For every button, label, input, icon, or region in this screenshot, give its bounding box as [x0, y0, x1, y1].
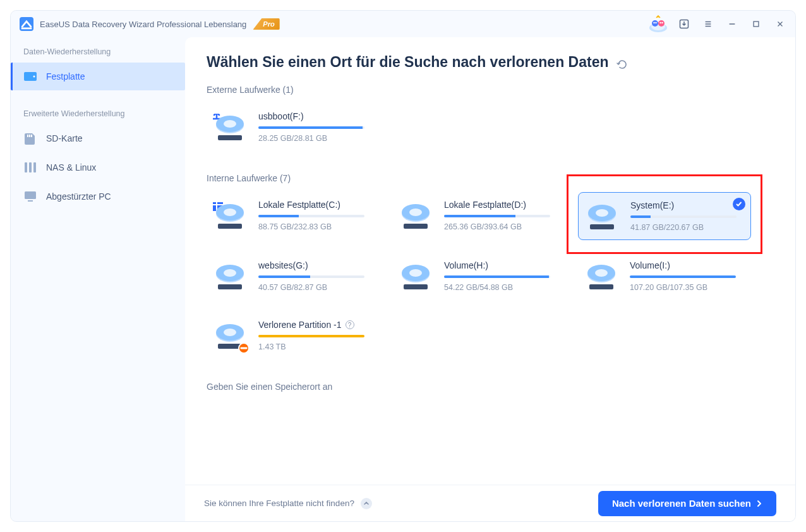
drive-name: Volume(I:)	[630, 260, 747, 270]
chevron-up-icon	[361, 498, 372, 509]
svg-point-6	[655, 22, 656, 23]
sidebar-section-label: Erweiterte Wiederherstellung	[11, 109, 185, 118]
sidebar-item-label: NAS & Linux	[46, 162, 96, 172]
main-panel: Wählen Sie einen Ort für die Suche nach …	[185, 37, 795, 521]
svg-rect-21	[31, 135, 32, 137]
sidebar-item-crashed-pc[interactable]: Abgestürzter PC	[11, 183, 185, 210]
main-scroll[interactable]: Wählen Sie einen Ort für die Suche nach …	[185, 37, 795, 485]
app-title: EaseUS Data Recovery Wizard Professional…	[40, 20, 246, 29]
drive-icon	[213, 114, 247, 143]
drive-size: 265.36 GB/393.64 GB	[444, 222, 562, 231]
drive-icon	[584, 263, 618, 292]
usage-bar	[444, 275, 550, 278]
page-title: Wählen Sie einen Ort für die Suche nach …	[207, 54, 774, 71]
internal-drive-grid: Lokale Festplatte(C:)88.75 GB/232.83 GBL…	[207, 192, 774, 359]
sidebar-item-nas[interactable]: NAS & Linux	[11, 154, 185, 181]
drive-name: websites(G:)	[258, 260, 376, 270]
drive-name: Volume(H:)	[444, 260, 562, 270]
svg-rect-22	[25, 162, 27, 172]
drive-icon	[213, 202, 247, 231]
usage-bar	[630, 215, 737, 218]
drive-size: 28.25 GB/28.81 GB	[258, 134, 376, 143]
drive-size: 40.57 GB/82.87 GB	[258, 283, 376, 292]
nas-icon	[23, 162, 37, 173]
download-icon[interactable]	[675, 15, 693, 33]
drive-icon	[585, 203, 619, 232]
drive-card[interactable]: System(E:)41.87 GB/220.67 GB	[578, 192, 751, 240]
svg-point-7	[659, 22, 661, 23]
sidebar-item-sdkarte[interactable]: SD-Karte	[11, 124, 185, 152]
footer: Sie können Ihre Festplatte nicht finden?…	[185, 485, 795, 521]
drive-size: 54.22 GB/54.88 GB	[444, 283, 562, 292]
drive-name: System(E:)	[630, 200, 747, 210]
drive-card[interactable]: websites(G:)40.57 GB/82.87 GB	[207, 253, 380, 299]
svg-rect-28	[217, 202, 223, 204]
pro-badge: Pro	[253, 18, 279, 30]
svg-rect-19	[27, 135, 28, 137]
svg-point-8	[661, 22, 663, 23]
refresh-icon[interactable]	[617, 57, 628, 68]
usage-bar	[258, 335, 364, 337]
help-icon[interactable]: ?	[346, 320, 354, 329]
svg-point-5	[653, 22, 654, 23]
footer-hint[interactable]: Sie können Ihre Festplatte nicht finden?	[204, 498, 372, 509]
usage-bar	[630, 275, 736, 278]
drive-card[interactable]: Volume(H:)54.22 GB/54.88 GB	[392, 253, 565, 299]
app-icon	[20, 17, 33, 31]
drive-name: Lokale Festplatte(D:)	[444, 200, 562, 210]
group-label-specify: Geben Sie einen Speicherort an	[207, 382, 774, 392]
svg-rect-23	[29, 162, 32, 172]
maximize-button[interactable]	[747, 15, 765, 33]
menu-icon[interactable]	[699, 15, 717, 33]
group-label-internal: Interne Laufwerke (7)	[207, 173, 774, 183]
svg-rect-26	[28, 200, 33, 202]
drive-icon	[399, 202, 433, 231]
minus-badge-icon	[238, 342, 250, 354]
drive-size: 1.43 TB	[258, 342, 376, 351]
search-button[interactable]: Nach verlorenen Daten suchen	[598, 491, 776, 516]
drive-card[interactable]: Lokale Festplatte(D:)265.36 GB/393.64 GB	[392, 192, 565, 240]
app-window: EaseUS Data Recovery Wizard Professional…	[10, 10, 796, 522]
usage-bar	[258, 126, 364, 129]
hdd-icon	[23, 71, 37, 82]
svg-rect-14	[754, 21, 759, 27]
titlebar-left: EaseUS Data Recovery Wizard Professional…	[20, 17, 280, 31]
titlebar: EaseUS Data Recovery Wizard Professional…	[11, 11, 795, 37]
drive-card[interactable]: Volume(I:)107.20 GB/107.35 GB	[578, 253, 751, 299]
svg-rect-0	[21, 28, 32, 30]
drive-icon	[213, 263, 247, 292]
svg-rect-24	[33, 162, 36, 172]
drive-icon	[399, 263, 433, 292]
titlebar-right	[647, 15, 789, 33]
group-label-external: Externe Laufwerke (1)	[207, 85, 774, 95]
drive-card[interactable]: Verlorene Partition -1?1.43 TB	[207, 312, 380, 359]
sd-card-icon	[23, 133, 37, 144]
sidebar-item-festplatte[interactable]: Festplatte	[11, 63, 185, 90]
check-icon	[733, 198, 745, 210]
svg-rect-25	[25, 191, 36, 199]
usage-bar	[258, 215, 364, 217]
external-drive-grid: usbboot(F:)28.25 GB/28.81 GB	[207, 104, 774, 150]
sidebar-item-label: Festplatte	[46, 71, 85, 82]
svg-point-3	[652, 20, 658, 27]
svg-rect-27	[213, 202, 216, 204]
drive-size: 88.75 GB/232.83 GB	[258, 222, 376, 231]
svg-rect-29	[213, 205, 216, 211]
minimize-button[interactable]	[723, 15, 741, 33]
drive-name: Verlorene Partition -1?	[258, 320, 376, 330]
cloud-icon[interactable]	[647, 15, 669, 33]
sidebar-item-label: SD-Karte	[46, 133, 83, 143]
close-button[interactable]	[771, 15, 789, 33]
drive-card[interactable]: Lokale Festplatte(C:)88.75 GB/232.83 GB	[207, 192, 380, 240]
sidebar-item-label: Abgestürzter PC	[46, 191, 111, 202]
usage-bar	[444, 215, 550, 217]
sidebar-section-label: Daten-Wiederherstellung	[11, 47, 185, 56]
svg-point-4	[658, 20, 665, 27]
pc-icon	[23, 191, 37, 202]
drive-size: 41.87 GB/220.67 GB	[630, 223, 747, 232]
drive-card[interactable]: usbboot(F:)28.25 GB/28.81 GB	[207, 104, 380, 150]
usage-bar	[258, 275, 364, 278]
svg-point-18	[33, 76, 35, 78]
drive-icon	[213, 322, 247, 351]
drive-name: usbboot(F:)	[258, 111, 376, 121]
